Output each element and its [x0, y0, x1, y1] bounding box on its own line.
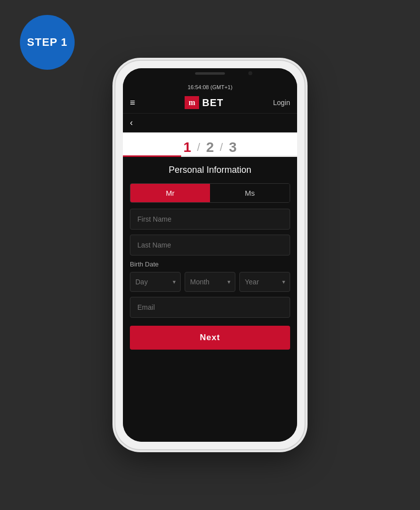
login-button[interactable]: Login	[273, 99, 290, 107]
day-select[interactable]: Day	[130, 272, 181, 292]
month-select[interactable]: Month	[185, 272, 235, 292]
birth-date-label: Birth Date	[130, 260, 290, 268]
progress-indicator	[123, 155, 181, 157]
logo-m-box: m	[185, 96, 199, 109]
gender-mr-button[interactable]: Mr	[130, 184, 210, 202]
step-sep-2: /	[220, 141, 223, 154]
year-select[interactable]: Year	[239, 272, 290, 292]
step-sep-1: /	[197, 141, 200, 154]
phone-camera	[248, 71, 252, 75]
email-input[interactable]	[130, 297, 290, 318]
phone-speaker	[195, 72, 225, 75]
form-title: Personal Information	[130, 165, 290, 175]
progress-steps: 1 / 2 / 3	[123, 132, 297, 157]
step-3[interactable]: 3	[229, 139, 237, 155]
back-button[interactable]: ‹	[130, 118, 133, 128]
phone-top-bar	[123, 68, 297, 82]
step-2[interactable]: 2	[206, 139, 214, 155]
gender-toggle: Mr Ms	[130, 183, 290, 203]
logo-bet-text: BET	[202, 97, 223, 109]
step-badge: STEP 1	[20, 15, 75, 70]
back-area: ‹	[123, 114, 297, 132]
phone-frame: 16:54:08 (GMT+1) ≡ m BET Login ‹ 1 / 2 /	[115, 61, 305, 449]
menu-icon[interactable]: ≡	[130, 98, 135, 108]
phone-screen: 16:54:08 (GMT+1) ≡ m BET Login ‹ 1 / 2 /	[123, 68, 297, 442]
birth-date-row: Day Month Year	[130, 272, 290, 292]
status-bar: 16:54:08 (GMT+1)	[123, 82, 297, 92]
form-area: Personal Information Mr Ms Birth Date Da…	[123, 157, 297, 442]
header-logo: m BET	[185, 96, 223, 109]
next-button[interactable]: Next	[130, 326, 290, 350]
year-select-wrapper: Year	[239, 272, 290, 292]
step-1[interactable]: 1	[184, 139, 192, 155]
status-time: 16:54:08 (GMT+1)	[188, 84, 232, 90]
app-header: ≡ m BET Login	[123, 92, 297, 114]
month-select-wrapper: Month	[185, 272, 235, 292]
last-name-input[interactable]	[130, 235, 290, 255]
gender-ms-button[interactable]: Ms	[210, 184, 290, 202]
step-badge-text: STEP 1	[27, 36, 67, 49]
day-select-wrapper: Day	[130, 272, 181, 292]
first-name-input[interactable]	[130, 209, 290, 230]
